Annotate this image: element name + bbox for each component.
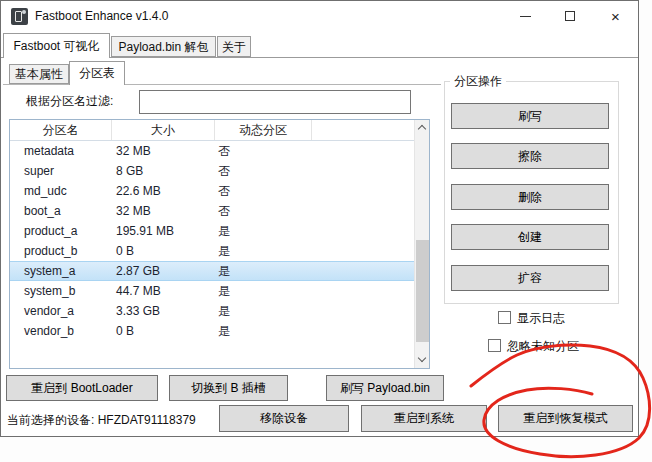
current-device-label: 当前选择的设备: HFZDAT91118379 [7,412,196,429]
cell-dynamic: 否 [215,181,312,201]
cell-dynamic: 否 [215,201,312,221]
cell-size: 44.7 MB [112,281,215,301]
column-header-dynamic[interactable]: 动态分区 [215,120,312,140]
cell-name: system_b [10,281,112,301]
title-bar: Fastboot Enhance v1.4.0 × [1,1,638,32]
table-body: metadata32 MB否super8 GB否md_udc22.6 MB否bo… [10,141,414,368]
reboot-to-system-button[interactable]: 重启到系统 [361,405,487,432]
cell-size: 22.6 MB [112,181,215,201]
cell-dynamic: 是 [215,281,312,301]
ignore-unknown-partitions-checkbox[interactable] [488,339,501,352]
column-header-name[interactable]: 分区名 [10,120,112,140]
partition-ops-group-label: 分区操作 [450,73,506,90]
maximize-button[interactable] [548,1,593,32]
partition-table: 分区名 大小 动态分区 metadata32 MB否super8 GB否md_u… [9,119,430,369]
cell-dynamic: 是 [215,321,312,341]
table-row[interactable]: product_b0 B是 [10,241,414,261]
reboot-to-bootloader-button[interactable]: 重启到 BootLoader [6,375,158,401]
table-row[interactable]: vendor_b0 B是 [10,321,414,341]
column-header-empty[interactable] [312,120,414,140]
table-row[interactable]: metadata32 MB否 [10,141,414,161]
flash-payload-bin-button[interactable]: 刷写 Payload.bin [326,375,444,401]
flash-button[interactable]: 刷写 [451,103,609,129]
table-row[interactable]: md_udc22.6 MB否 [10,181,414,201]
app-window: Fastboot Enhance v1.4.0 × Fastboot 可视化 P… [0,0,639,437]
remove-device-button[interactable]: 移除设备 [219,405,349,432]
cell-name: metadata [10,141,112,161]
table-row[interactable]: vendor_a3.33 GB是 [10,301,414,321]
phone-icon [15,11,22,22]
tab-payload-unpack[interactable]: Payload.bin 解包 [111,36,216,57]
ignore-unknown-partitions-label: 忽略未知分区 [507,338,579,355]
tab-fastboot-visualization[interactable]: Fastboot 可视化 [3,33,110,58]
column-header-size[interactable]: 大小 [112,120,215,140]
tab-about[interactable]: 关于 [217,36,251,57]
cell-dynamic: 否 [215,161,312,181]
cell-dynamic: 是 [215,221,312,241]
cell-name: super [10,161,112,181]
cell-size: 0 B [112,241,215,261]
cell-name: product_b [10,241,112,261]
device-label-text: 当前选择的设备: [7,413,94,427]
cell-name: product_a [10,221,112,241]
cell-size: 32 MB [112,141,215,161]
vertical-scrollbar[interactable] [414,120,429,368]
close-icon: × [593,1,638,32]
cell-size: 32 MB [112,201,215,221]
delete-button[interactable]: 删除 [451,184,609,210]
create-button[interactable]: 创建 [451,224,609,250]
cell-size: 8 GB [112,161,215,181]
cell-size: 2.87 GB [112,262,215,280]
show-log-checkbox[interactable] [498,311,511,324]
table-row[interactable]: super8 GB否 [10,161,414,181]
minimize-icon [520,16,531,17]
table-row[interactable]: system_a2.87 GB是 [10,261,414,281]
maximize-icon [565,11,575,21]
main-tab-strip: Fastboot 可视化 Payload.bin 解包 关于 [1,33,638,58]
filter-input[interactable] [139,90,411,114]
app-icon [11,8,28,25]
scrollbar-thumb[interactable] [416,240,429,342]
reboot-to-recovery-button[interactable]: 重启到恢复模式 [498,405,633,432]
device-id: HFZDAT91118379 [98,413,196,427]
cell-size: 0 B [112,321,215,341]
table-header: 分区名 大小 动态分区 [10,120,414,141]
switch-to-slot-b-button[interactable]: 切换到 B 插槽 [169,375,288,401]
cell-name: vendor_b [10,321,112,341]
cell-dynamic: 是 [215,241,312,261]
minimize-button[interactable] [503,1,548,32]
expand-button[interactable]: 扩容 [451,265,609,291]
cell-name: boot_a [10,201,112,221]
cell-size: 3.33 GB [112,301,215,321]
tab-basic-properties[interactable]: 基本属性 [9,64,69,84]
cell-size: 195.91 MB [112,221,215,241]
cell-dynamic: 否 [215,141,312,161]
scroll-down-arrow[interactable] [415,352,430,368]
cell-dynamic: 是 [215,301,312,321]
cell-dynamic: 是 [215,262,312,280]
chevron-up-icon [418,125,426,133]
filter-label: 根据分区名过滤: [26,93,113,110]
cell-name: vendor_a [10,301,112,321]
scroll-up-arrow[interactable] [415,120,430,136]
table-row[interactable]: product_a195.91 MB是 [10,221,414,241]
cell-name: md_udc [10,181,112,201]
chevron-down-icon [418,354,426,362]
table-row[interactable]: system_b44.7 MB是 [10,281,414,301]
window-title: Fastboot Enhance v1.4.0 [35,1,168,32]
tab-partition-table[interactable]: 分区表 [69,61,125,85]
sub-tab-strip: 基本属性 分区表 [3,61,441,85]
icon-dot [22,10,26,14]
cell-name: system_a [10,262,112,280]
show-log-label: 显示日志 [517,310,565,327]
erase-button[interactable]: 擦除 [451,143,609,169]
close-button[interactable]: × [593,1,638,32]
screenshot-root: Fastboot Enhance v1.4.0 × Fastboot 可视化 P… [0,0,652,462]
table-row[interactable]: boot_a32 MB否 [10,201,414,221]
